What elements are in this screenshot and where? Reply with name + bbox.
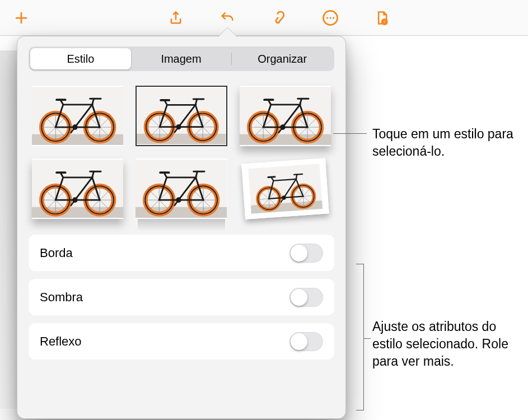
style-presets-grid <box>29 86 334 219</box>
style-preset-2[interactable] <box>135 86 227 146</box>
style-preset-4[interactable] <box>32 158 123 219</box>
switch-knob <box>291 289 307 306</box>
callout-text: Ajuste os atributos do estilo selecionad… <box>372 319 508 368</box>
bike-icon <box>32 158 123 219</box>
style-preset-1[interactable] <box>32 86 123 146</box>
callout-text: Toque em um estilo para selecioná-lo. <box>372 127 513 158</box>
style-preset-3[interactable] <box>240 86 331 146</box>
bike-icon <box>135 158 227 219</box>
svg-point-1 <box>326 17 328 18</box>
svg-point-6 <box>384 21 385 22</box>
tab-image[interactable]: Imagem <box>131 48 232 69</box>
reflection-toggle[interactable] <box>289 332 323 351</box>
attribute-label: Sombra <box>40 290 83 305</box>
style-preset-5[interactable] <box>135 158 227 219</box>
format-brush-button[interactable] <box>267 6 291 30</box>
svg-point-3 <box>333 17 334 18</box>
callout-styles: Toque em um estilo para selecioná-lo. <box>372 125 528 160</box>
toolbar <box>0 0 528 36</box>
tab-style[interactable]: Estilo <box>30 48 131 69</box>
more-button[interactable] <box>318 6 343 30</box>
svg-point-2 <box>329 17 331 18</box>
attribute-label: Reflexo <box>40 334 82 349</box>
bike-icon <box>32 86 123 146</box>
tab-arrange[interactable]: Organizar <box>232 48 333 69</box>
bike-icon <box>247 164 324 214</box>
shadow-toggle[interactable] <box>289 288 323 307</box>
style-preset-6[interactable] <box>241 158 329 220</box>
document-settings-button[interactable] <box>370 6 394 30</box>
bike-icon <box>137 87 226 145</box>
undo-button[interactable] <box>215 6 240 30</box>
attribute-row-border: Borda <box>29 235 334 271</box>
format-tabs: Estilo Imagem Organizar <box>29 46 334 71</box>
share-button[interactable] <box>163 6 188 30</box>
attribute-row-shadow: Sombra <box>29 279 334 315</box>
bike-icon <box>240 86 331 146</box>
attribute-label: Borda <box>40 246 73 260</box>
switch-knob <box>291 333 307 350</box>
callout-bracket <box>356 264 364 410</box>
format-popover: Estilo Imagem Organizar <box>17 36 346 419</box>
attribute-row-reflection: Reflexo <box>29 323 334 360</box>
switch-knob <box>291 245 307 262</box>
add-button[interactable] <box>9 6 34 30</box>
svg-line-154 <box>268 177 275 178</box>
border-toggle[interactable] <box>289 244 323 263</box>
callout-attributes: Ajuste os atributos do estilo selecionad… <box>372 318 528 370</box>
